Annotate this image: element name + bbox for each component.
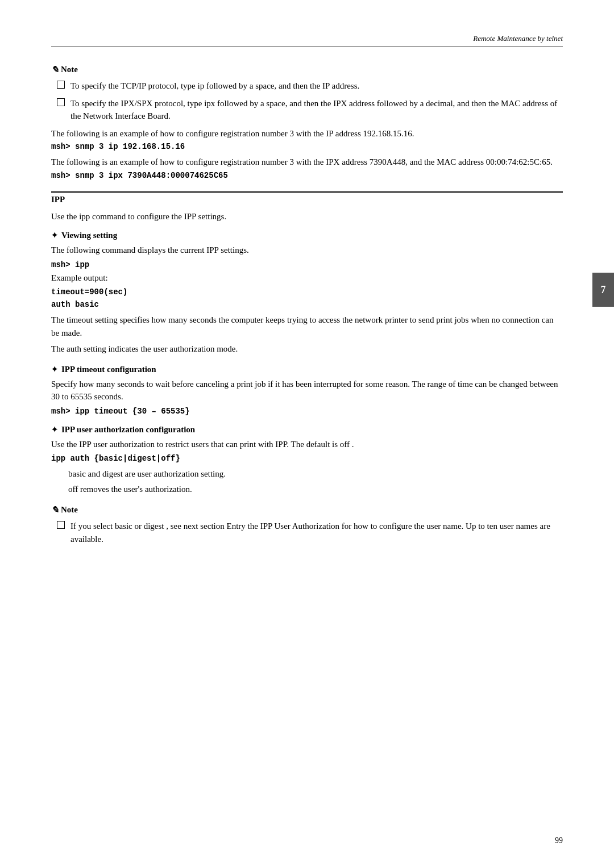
viewing-setting-section: ✦ Viewing setting The following command … (51, 231, 563, 356)
note-icon-2: ✎ (51, 504, 59, 515)
note-item-2: To specify the IPX/SPX protocol, type ip… (57, 97, 563, 123)
diamond-icon-3: ✦ (51, 425, 58, 435)
example-label: Example output: (51, 272, 563, 285)
ipp-divider (51, 191, 563, 193)
note-para-2: The following is an example of how to co… (51, 156, 563, 169)
viewing-setting-para1: The timeout setting specifies how many s… (51, 314, 563, 339)
ipp-timeout-desc: Specify how many seconds to wait before … (51, 378, 563, 403)
note-title-2: ✎ Note (51, 504, 563, 515)
checkbox-2 (57, 98, 65, 106)
note-para-1: The following is an example of how to co… (51, 127, 563, 140)
note-items-2: If you select basic or digest , see next… (51, 520, 563, 545)
code-ipp-timeout: msh> ipp timeout {30 – 65535} (51, 407, 563, 416)
ipp-timeout-section: ✦ IPP timeout configuration Specify how … (51, 365, 563, 416)
note-items-1: To specify the TCP/IP protocol, type ip … (51, 80, 563, 123)
code-snmp-ipx: msh> snmp 3 ipx 7390A448:000074625C65 (51, 171, 563, 180)
header-text: Remote Maintenance by telnet (473, 34, 563, 43)
note-section-1: ✎ Note To specify the TCP/IP protocol, t… (51, 64, 563, 180)
code-snmp-ip: msh> snmp 3 ip 192.168.15.16 (51, 142, 563, 151)
viewing-setting-title: ✦ Viewing setting (51, 231, 563, 240)
code-timeout: timeout=900(sec) (51, 287, 563, 297)
diamond-icon-2: ✦ (51, 365, 58, 374)
page: Remote Maintenance by telnet 7 ✎ Note To… (0, 0, 614, 868)
diamond-icon-1: ✦ (51, 231, 58, 240)
page-header: Remote Maintenance by telnet (51, 34, 563, 47)
checkbox-3 (57, 521, 65, 529)
checkbox-1 (57, 81, 65, 89)
ipp-intro: Use the ipp command to configure the IPP… (51, 210, 563, 223)
ipp-section-title: IPP (51, 195, 563, 205)
note-title-1: ✎ Note (51, 64, 563, 75)
note-section-2: ✎ Note If you select basic or digest , s… (51, 504, 563, 545)
ipp-timeout-title: ✦ IPP timeout configuration (51, 365, 563, 374)
note-item-3: If you select basic or digest , see next… (57, 520, 563, 545)
note-icon-1: ✎ (51, 64, 59, 75)
note-item-1: To specify the TCP/IP protocol, type ip … (57, 80, 563, 93)
code-msh-ipp: msh> ipp (51, 260, 563, 269)
ipp-user-auth-title: ✦ IPP user authorization configuration (51, 425, 563, 435)
ipp-user-auth-section: ✦ IPP user authorization configuration U… (51, 425, 563, 496)
viewing-setting-desc: The following command displays the curre… (51, 244, 563, 257)
chapter-tab: 7 (592, 273, 614, 307)
viewing-setting-para2: The auth setting indicates the user auth… (51, 343, 563, 356)
ipp-auth-line1: basic and digest are user authorization … (51, 468, 563, 481)
code-ipp-auth: ipp auth {basic|digest|off} (51, 454, 563, 463)
code-auth-basic: auth basic (51, 300, 563, 309)
ipp-auth-line2: off removes the user's authorization. (51, 483, 563, 496)
ipp-user-auth-desc: Use the IPP user authorization to restri… (51, 438, 563, 451)
page-number: 99 (555, 836, 563, 845)
